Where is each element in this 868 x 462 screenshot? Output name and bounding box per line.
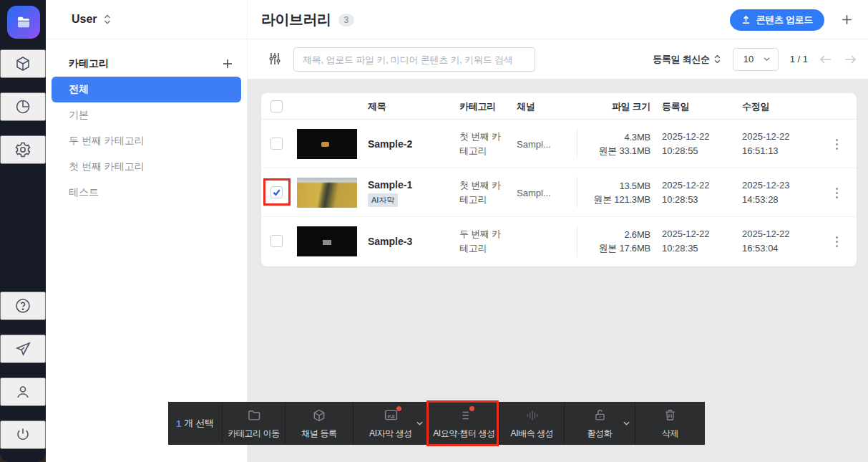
sidebar-item-test[interactable]: 테스트 [52, 180, 241, 206]
row-checkbox[interactable] [270, 138, 283, 150]
row-menu-button[interactable] [830, 135, 843, 153]
logout-nav-button[interactable] [0, 420, 46, 449]
reg-date: 2025-12-22 [662, 227, 710, 241]
list-icon [457, 408, 472, 423]
page-title-group: 라이브러리 3 [261, 0, 354, 39]
column-category: 카테고리 [459, 93, 496, 120]
app-window: User 카테고리 전체 기본 두 번째 카테고리 첫 번째 카테고리 테스트 … [0, 0, 868, 462]
sidebar-item-first-category[interactable]: 첫 번째 카테고리 [52, 154, 241, 180]
sidebar-item-default[interactable]: 기본 [52, 102, 241, 128]
category-sidebar: User 카테고리 전체 기본 두 번째 카테고리 첫 번째 카테고리 테스트 [46, 0, 248, 462]
action-label: AI자막 생성 [369, 428, 412, 440]
row-menu-button[interactable] [830, 184, 843, 201]
title-cell: Sample-2 [368, 120, 412, 168]
filter-button[interactable] [268, 52, 282, 68]
action-ai-speed[interactable]: AI배속 생성 [499, 402, 564, 445]
mod-time: 16:51:13 [742, 144, 790, 158]
page-size-value: 10 [743, 54, 754, 64]
action-ai-subtitle[interactable]: AI자막 생성 [353, 402, 428, 445]
header-plus-button[interactable] [840, 13, 854, 27]
upload-button-label: 콘텐츠 업로드 [756, 14, 813, 27]
upload-content-button[interactable]: 콘텐츠 업로드 [730, 9, 824, 31]
reg-date: 2025-12-22 [662, 130, 710, 144]
action-label: AI배속 생성 [511, 428, 554, 440]
chevron-down-icon[interactable] [623, 420, 630, 428]
media-title: Sample-3 [368, 236, 412, 247]
table-header-row: 제목 카테고리 채널 파일 크기 등록일 수정일 [261, 93, 857, 120]
thumbnail-detail [321, 142, 329, 147]
mod-time: 14:53:28 [742, 193, 790, 207]
category-section-header: 카테고리 [69, 56, 234, 72]
thumbnail[interactable] [297, 226, 357, 256]
add-category-button[interactable] [221, 57, 234, 70]
page-title: 라이브러리 [261, 10, 331, 29]
selection-count-label: 개 선택 [184, 417, 213, 430]
unfold-icon [103, 14, 112, 25]
send-nav-button[interactable] [0, 335, 46, 363]
analytics-nav-button[interactable] [0, 92, 46, 121]
action-move-category[interactable]: 카테고리 이동 [222, 402, 285, 445]
prev-page-button[interactable] [819, 54, 832, 64]
arrow-left-icon [819, 54, 832, 64]
mod-date-cell: 2025-12-23 14:53:28 [742, 168, 790, 217]
table-row[interactable]: Sample-2 첫 번째 카테고리 Sampl... 4.3MB 원본 33.… [261, 120, 857, 168]
trash-icon [663, 408, 677, 423]
chevron-down-icon [763, 55, 771, 63]
action-delete[interactable]: 삭제 [635, 402, 705, 445]
page-indicator: 1 / 1 [790, 54, 808, 64]
action-activate[interactable]: 활성화 [564, 402, 635, 445]
original-file-size: 원본 17.6MB [598, 241, 650, 255]
thumbnail[interactable] [297, 178, 357, 208]
chevron-down-icon[interactable] [416, 420, 424, 428]
sort-control[interactable]: 등록일 최신순 [653, 53, 721, 66]
row-checkbox[interactable] [270, 186, 283, 198]
power-icon [14, 426, 31, 443]
sidebar-item-all[interactable]: 전체 [52, 77, 241, 102]
row-menu-button[interactable] [830, 233, 843, 250]
next-page-button[interactable] [844, 54, 857, 64]
workspace-name: User [72, 13, 97, 26]
row-checkbox[interactable] [270, 235, 283, 247]
action-register-channel[interactable]: 채널 등록 [285, 402, 353, 445]
channel-cell: Sampl... [517, 168, 551, 217]
column-file-size: 파일 크기 [572, 93, 650, 120]
notification-dot [469, 406, 474, 411]
ai-subtitle-badge: AI자막 [368, 193, 398, 207]
sidebar-item-second-category[interactable]: 두 번째 카테고리 [52, 128, 241, 154]
filter-sliders-icon [268, 52, 282, 66]
library-app-icon[interactable] [7, 6, 40, 39]
upload-icon [741, 15, 751, 24]
cube-icon [312, 408, 326, 423]
mod-date: 2025-12-22 [742, 130, 790, 144]
plus-icon [221, 57, 234, 70]
thumbnail[interactable] [297, 129, 357, 159]
folder-icon [247, 408, 261, 423]
gear-icon [14, 141, 31, 158]
page-header: 라이브러리 3 콘텐츠 업로드 [248, 0, 868, 39]
profile-nav-button[interactable] [0, 377, 46, 406]
subtitles-icon [384, 408, 399, 423]
search-input[interactable] [293, 47, 535, 72]
select-all-checkbox[interactable] [270, 100, 283, 112]
workspace-switcher[interactable]: User [46, 0, 248, 39]
settings-nav-button[interactable] [0, 135, 46, 164]
mod-date-cell: 2025-12-22 16:51:13 [742, 120, 790, 168]
cube-nav-button[interactable] [0, 49, 46, 78]
reg-date-cell: 2025-12-22 10:28:35 [662, 217, 710, 266]
category-cell: 첫 번째 카테고리 [459, 120, 505, 168]
help-nav-button[interactable] [0, 292, 46, 320]
unlock-icon [593, 408, 607, 423]
table-row[interactable]: Sample-3 두 번째 카테고리 2.6MB 원본 17.6MB 2025-… [261, 217, 857, 266]
action-ai-summary-chapter[interactable]: AI요약·챕터 생성 [428, 402, 499, 445]
file-size-cell: 13.5MB 원본 121.3MB [569, 168, 650, 217]
page-size-select[interactable]: 10 [733, 48, 779, 71]
mod-date: 2025-12-22 [742, 227, 790, 241]
table-row[interactable]: Sample-1 AI자막 첫 번째 카테고리 Sampl... 13.5MB … [261, 168, 857, 217]
file-size: 13.5MB [619, 179, 650, 193]
mod-time: 16:53:04 [742, 241, 790, 256]
toolbar-right-group: 등록일 최신순 10 1 / 1 [653, 39, 857, 79]
user-icon [14, 383, 31, 400]
file-size: 2.6MB [624, 228, 650, 241]
item-count-badge: 3 [338, 14, 355, 27]
reg-date-cell: 2025-12-22 10:28:55 [662, 120, 710, 168]
